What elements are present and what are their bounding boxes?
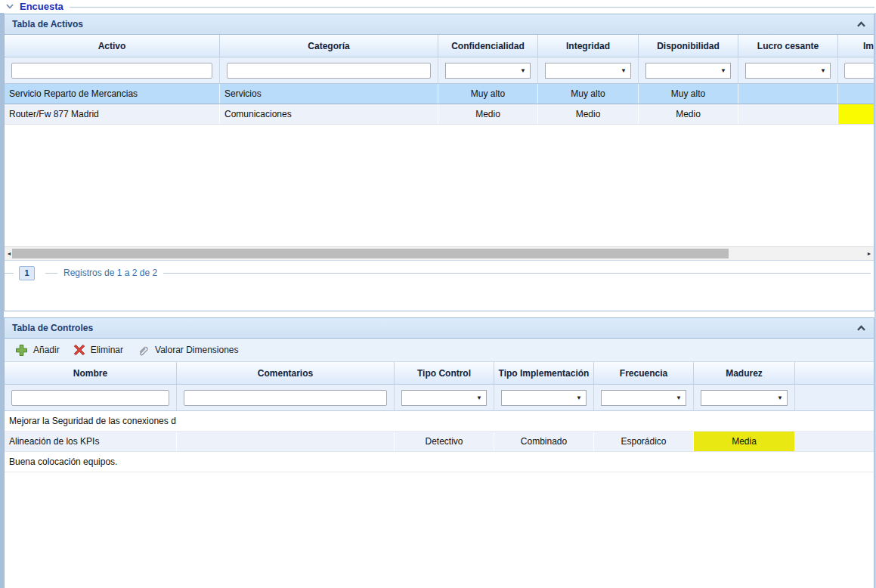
filter-input-categoria[interactable] [227, 63, 431, 79]
cell-madurez[interactable] [694, 452, 795, 472]
filter-cell: ▼ [594, 385, 694, 410]
column-header-frecuencia[interactable]: Frecuencia [594, 362, 694, 384]
filter-cell [5, 385, 177, 410]
filter-select-disponibilidad[interactable]: ▼ [645, 63, 731, 79]
cell-confidencialidad[interactable]: Medio [438, 104, 538, 124]
cell-tipo-control[interactable]: Detectivo [395, 432, 494, 451]
cell-filler [795, 411, 874, 431]
cell-categoria[interactable]: Comunicaciones [220, 104, 438, 124]
filter-input-activo[interactable] [11, 63, 212, 79]
cell-frecuencia[interactable]: Esporádico [594, 432, 694, 451]
filter-select-tipo-control[interactable]: ▼ [401, 390, 487, 406]
cell-integridad[interactable]: Medio [538, 104, 639, 124]
filter-select-frecuencia-control[interactable] [602, 391, 686, 405]
chevron-up-icon[interactable] [856, 325, 866, 331]
filter-select-madurez-control[interactable] [701, 391, 787, 405]
table-row[interactable]: Servicio Reparto de Mercancias Servicios… [5, 84, 874, 104]
filter-select-tipo-implementacion-control[interactable] [502, 391, 586, 405]
cell-disponibilidad[interactable]: Muy alto [639, 84, 738, 104]
scroll-right-icon[interactable]: ► [865, 250, 873, 258]
filter-select-madurez[interactable]: ▼ [701, 390, 788, 406]
filter-cell: ▼ [639, 57, 738, 83]
cell-nombre[interactable]: Buena colocación equipos. [5, 452, 177, 472]
filter-input-imagen[interactable] [844, 63, 874, 79]
panel-activos: Tabla de Activos Activo Categoría Confid… [4, 14, 874, 311]
table-row[interactable]: Mejorar la Seguridad de las conexiones d… [5, 411, 874, 432]
filter-select-disponibilidad-control[interactable] [646, 63, 730, 78]
column-header-imagen[interactable]: Im [838, 35, 874, 57]
filter-select-integridad-control[interactable] [546, 63, 630, 78]
filter-select-integridad[interactable]: ▼ [545, 63, 631, 79]
cell-confidencialidad[interactable]: Muy alto [438, 84, 538, 104]
filter-cell: ▼ [395, 385, 494, 410]
scrollbar-thumb[interactable] [12, 249, 729, 258]
column-header-integridad[interactable]: Integridad [538, 35, 639, 57]
cell-madurez-highlighted[interactable]: Media [694, 432, 795, 451]
cell-tipo-implementacion[interactable]: Combinado [494, 432, 594, 451]
cell-madurez[interactable] [694, 411, 795, 431]
cell-tipo-control[interactable] [395, 452, 494, 472]
cell-nombre[interactable]: Mejorar la Seguridad de las conexiones d… [5, 411, 177, 431]
filter-select-lucro-cesante[interactable]: ▼ [745, 63, 831, 79]
cell-integridad[interactable]: Muy alto [538, 84, 639, 104]
column-header-tipo-control[interactable]: Tipo Control [395, 362, 494, 384]
filter-input-nombre[interactable] [11, 390, 169, 406]
column-header-categoria[interactable]: Categoría [220, 35, 438, 57]
valorar-dimensiones-button[interactable]: Valorar Dimensiones [137, 344, 239, 357]
cell-tipo-control[interactable] [395, 411, 494, 431]
column-header-tipo-implementacion[interactable]: Tipo Implementación [494, 362, 594, 384]
cell-comentarios[interactable] [177, 411, 395, 431]
cell-comentarios[interactable] [177, 432, 395, 451]
cell-tipo-implementacion[interactable] [494, 452, 594, 472]
filter-select-frecuencia[interactable]: ▼ [601, 390, 686, 406]
column-header-madurez[interactable]: Madurez [694, 362, 795, 384]
column-label: Comentarios [258, 368, 313, 379]
filter-select-confidencialidad-control[interactable] [446, 63, 530, 78]
cell-activo[interactable]: Router/Fw 877 Madrid [5, 104, 220, 124]
plus-icon [15, 344, 28, 357]
column-label: Activo [98, 41, 126, 51]
table-row[interactable]: Alineación de los KPIs Detectivo Combina… [5, 432, 874, 452]
cell-imagen[interactable] [838, 84, 874, 104]
cell-categoria[interactable]: Servicios [220, 84, 438, 104]
filter-cell: ▼ [538, 57, 639, 83]
column-header-activo[interactable]: Activo [5, 35, 220, 57]
horizontal-scrollbar[interactable]: ◄ ► [5, 246, 874, 260]
controles-panel-title: Tabla de Controles [12, 323, 856, 333]
filter-select-confidencialidad[interactable]: ▼ [445, 63, 531, 79]
cell-lucro-cesante[interactable] [738, 104, 838, 124]
controles-grid-empty-area [5, 472, 874, 588]
column-header-nombre[interactable]: Nombre [5, 362, 177, 384]
cell-frecuencia[interactable] [594, 452, 694, 472]
delete-button[interactable]: Eliminar [73, 344, 123, 356]
column-header-disponibilidad[interactable]: Disponibilidad [639, 35, 738, 57]
delete-button-label: Eliminar [91, 345, 123, 355]
cell-nombre[interactable]: Alineación de los KPIs [5, 432, 177, 451]
column-label: Frecuencia [620, 368, 667, 379]
table-row[interactable]: Buena colocación equipos. [5, 452, 874, 472]
table-row[interactable]: Router/Fw 877 Madrid Comunicaciones Medi… [5, 104, 874, 125]
column-label: Lucro cesante [757, 41, 819, 51]
filter-select-lucro-cesante-control[interactable] [746, 63, 830, 78]
cell-activo[interactable]: Servicio Reparto de Mercancias [5, 84, 220, 104]
chevron-up-icon[interactable] [856, 21, 866, 27]
column-header-lucro-cesante[interactable]: Lucro cesante [738, 35, 838, 57]
cell-lucro-cesante[interactable] [738, 84, 838, 104]
cell-comentarios[interactable] [177, 452, 395, 472]
cell-frecuencia[interactable] [594, 411, 694, 431]
add-button[interactable]: Añadir [15, 344, 60, 357]
panel-gap [4, 311, 874, 317]
filter-cell-filler [795, 385, 874, 410]
filter-select-tipo-implementacion[interactable]: ▼ [501, 390, 587, 406]
cell-tipo-implementacion[interactable] [494, 411, 594, 431]
filter-input-comentarios[interactable] [184, 390, 387, 406]
filter-select-tipo-control-control[interactable] [402, 391, 486, 405]
column-header-comentarios[interactable]: Comentarios [177, 362, 395, 384]
page-button[interactable]: 1 [19, 266, 35, 280]
activos-panel-bottom-space [5, 285, 874, 311]
cell-imagen-highlighted[interactable] [838, 104, 874, 124]
column-header-confidencialidad[interactable]: Confidencialidad [438, 35, 538, 57]
cell-disponibilidad[interactable]: Medio [639, 104, 738, 124]
column-label: Tipo Implementación [499, 368, 590, 379]
chevron-down-icon[interactable] [5, 2, 15, 11]
